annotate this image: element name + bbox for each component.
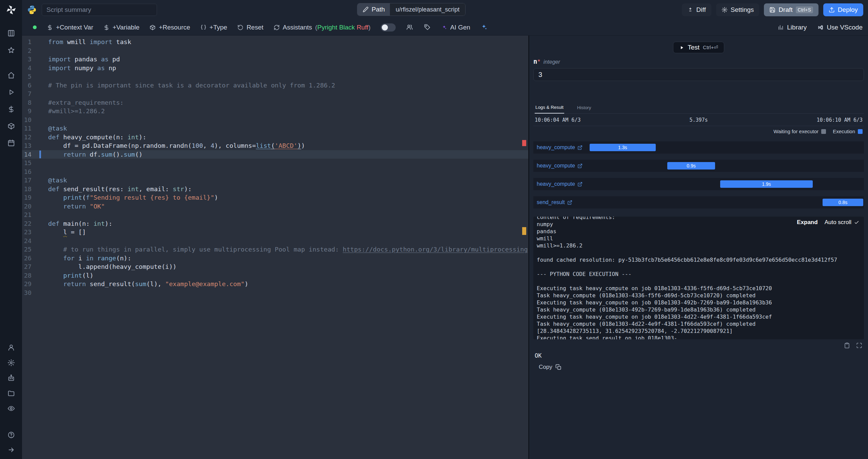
sidebar-runs-icon[interactable]: [7, 88, 15, 96]
code-line[interactable]: 8#extra_requirements:: [22, 98, 528, 107]
job-duration-bar[interactable]: 0.9s: [667, 162, 715, 169]
sidebar-workers-icon[interactable]: [7, 374, 15, 382]
add-resource-button[interactable]: +Resource: [150, 24, 190, 31]
copy-logs-button[interactable]: [844, 342, 850, 349]
sidebar-collapse-icon[interactable]: [7, 446, 15, 454]
glyph-margin: [32, 228, 48, 237]
code-line[interactable]: 12def heavy_compute(n: int):: [22, 133, 528, 142]
code-line[interactable]: 21: [22, 211, 528, 219]
code-editor[interactable]: 1from wmill import task23import pandas a…: [22, 36, 528, 459]
path-button[interactable]: Path: [357, 3, 390, 16]
code-line[interactable]: 15: [22, 159, 528, 167]
code-line[interactable]: 13 df = pd.DataFrame(np.random.randn(100…: [22, 141, 528, 150]
collaborators-button[interactable]: [406, 24, 413, 31]
code-text: return "OK": [48, 202, 105, 211]
draft-button[interactable]: Draft Ctrl+S: [764, 3, 818, 16]
code-line[interactable]: 19 print(f"Sending result {res} to {emai…: [22, 193, 528, 202]
code-line[interactable]: 30: [22, 288, 528, 297]
code-line[interactable]: 26 for i in range(n):: [22, 254, 528, 263]
diff-icon: [687, 7, 693, 13]
glyph-margin: [32, 280, 48, 288]
code-line[interactable]: 20 return "OK": [22, 202, 528, 211]
job-duration-bar[interactable]: 1.9s: [720, 180, 813, 188]
code-line[interactable]: 25 # to run things in parallel, simply u…: [22, 245, 528, 254]
code-text: l.append(heavy_compute(i)): [48, 262, 177, 271]
job-link[interactable]: heavy_compute: [537, 144, 583, 151]
assistants-button[interactable]: Assistants (Pyright Black Ruff): [274, 24, 371, 31]
arg-n-input[interactable]: [533, 68, 864, 81]
add-type-button[interactable]: +Type: [200, 24, 227, 31]
autoscroll-toggle[interactable]: Auto scroll: [825, 219, 859, 226]
code-line[interactable]: 24: [22, 237, 528, 245]
logs-console[interactable]: content of requirements: numpy pandas wm…: [533, 217, 864, 339]
fullscreen-logs-button[interactable]: [856, 342, 863, 349]
test-button[interactable]: Test Ctrl+⏎: [673, 42, 724, 53]
tab-logs-result[interactable]: Logs & Result: [535, 103, 564, 114]
library-button[interactable]: Library: [778, 24, 807, 31]
sidebar-schedules-icon[interactable]: [7, 139, 15, 147]
path-label: Path: [372, 6, 385, 13]
code-line[interactable]: 14 return df.sum().sum(): [22, 150, 528, 159]
diff-mode-toggle[interactable]: [381, 23, 396, 32]
sidebar-apps-icon[interactable]: [7, 29, 15, 37]
code-line[interactable]: 18def send_result(res: int, email: str):: [22, 185, 528, 194]
code-line[interactable]: 3import pandas as pd: [22, 55, 528, 64]
job-duration-bar[interactable]: 0.8s: [823, 199, 863, 206]
job-link[interactable]: heavy_compute: [537, 163, 583, 169]
copy-result-button[interactable]: Copy: [533, 364, 561, 371]
deploy-button[interactable]: Deploy: [823, 3, 863, 16]
tab-history[interactable]: History: [576, 103, 592, 113]
add-context-var-button[interactable]: +Context Var: [47, 24, 93, 31]
deploy-label: Deploy: [838, 6, 858, 14]
windmill-logo[interactable]: [6, 4, 17, 15]
glyph-margin: [32, 271, 48, 280]
expand-button[interactable]: Expand: [797, 219, 817, 226]
code-line[interactable]: 9#wmill>=1.286.2: [22, 107, 528, 116]
code-line[interactable]: 1from wmill import task: [22, 38, 528, 46]
sidebar-resources-icon[interactable]: [7, 122, 15, 130]
settings-button[interactable]: Settings: [716, 3, 760, 16]
sidebar-folders-icon[interactable]: [7, 390, 15, 397]
assistant-pyright: Pyright: [317, 24, 337, 31]
ai-gen-button[interactable]: AI Gen: [441, 24, 470, 31]
sidebar-star-icon[interactable]: [7, 46, 15, 54]
sidebar-home-icon[interactable]: [7, 72, 15, 79]
ai-suggestions-button[interactable]: [480, 24, 488, 31]
code-line[interactable]: 7: [22, 89, 528, 98]
line-number: 9: [22, 107, 32, 116]
code-line[interactable]: 10: [22, 116, 528, 124]
library-label: Library: [787, 24, 807, 31]
logs-output[interactable]: content of requirements: numpy pandas wm…: [537, 217, 861, 339]
use-vscode-button[interactable]: Use VScode: [817, 24, 863, 31]
code-line[interactable]: 11@task: [22, 124, 528, 133]
add-variable-button[interactable]: +Variable: [103, 24, 139, 31]
code-line[interactable]: 16: [22, 167, 528, 176]
code-line[interactable]: 28 print(l): [22, 271, 528, 280]
sidebar-user-icon[interactable]: [7, 344, 15, 351]
code-line[interactable]: 2: [22, 46, 528, 55]
code-line[interactable]: 27 l.append(heavy_compute(i)): [22, 262, 528, 271]
sparkles-icon: [481, 24, 488, 31]
run-start-time: 10:06:04 AM 6/3: [535, 117, 580, 123]
code-line[interactable]: 23 l = []: [22, 228, 528, 237]
assistant-black: Black: [339, 24, 355, 31]
sidebar-audit-icon[interactable]: [7, 405, 15, 412]
code-line[interactable]: 17@task: [22, 176, 528, 185]
job-link[interactable]: heavy_compute: [537, 181, 583, 187]
code-line[interactable]: 6# The pin is important since task is a …: [22, 81, 528, 90]
job-duration-bar[interactable]: 1.3s: [590, 144, 656, 151]
sidebar-variables-icon[interactable]: [7, 105, 15, 113]
tag-button[interactable]: [423, 24, 431, 31]
diff-button[interactable]: Diff: [682, 3, 711, 16]
code-line[interactable]: 5: [22, 72, 528, 81]
code-line[interactable]: 29 return send_result(sum(l), "example@e…: [22, 280, 528, 288]
reset-button[interactable]: Reset: [237, 24, 263, 31]
script-path-value[interactable]: u/rfiszel/pleasant_script: [390, 3, 465, 16]
script-summary-input[interactable]: [42, 4, 157, 16]
code-line[interactable]: 4import numpy as np: [22, 64, 528, 73]
line-number: 18: [22, 185, 32, 194]
sidebar-gear-icon[interactable]: [7, 359, 15, 366]
code-line[interactable]: 22def main(n: int):: [22, 219, 528, 228]
job-link[interactable]: send_result: [537, 199, 572, 205]
sidebar-help-icon[interactable]: [7, 431, 15, 439]
